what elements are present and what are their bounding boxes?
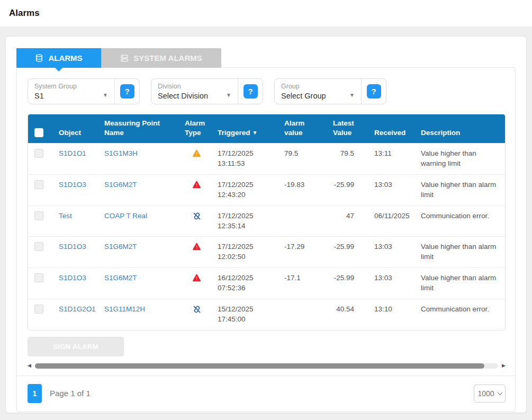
scrollbar-thumb[interactable] (35, 363, 484, 369)
alarm-value-cell: -19.83 (280, 174, 329, 205)
triggered-cell: 17/12/202513:11:53 (213, 143, 280, 174)
system-group-value: S1 (34, 92, 108, 100)
select-all-checkbox[interactable] (34, 128, 43, 137)
group-help-area: ? (361, 79, 386, 104)
latest-value-cell: 79.5 (329, 143, 370, 174)
row-checkbox[interactable] (34, 273, 43, 282)
page-status: Page 1 of 1 (50, 389, 91, 398)
column-header-alarm-type[interactable]: Alarm Type (181, 114, 213, 143)
help-button[interactable]: ? (120, 84, 134, 99)
description-cell: Value higher than alarm limit (417, 267, 505, 299)
content-background: ALARMS SYSTEM ALARMS System (0, 26, 532, 420)
group-dropdown[interactable]: Group Select Group ▼ (275, 79, 361, 104)
alarm-type-cell (181, 174, 213, 205)
alarm-type-cell (181, 267, 213, 299)
sign-alarm-button[interactable]: SIGN ALARM (28, 337, 124, 356)
system-group-label: System Group (34, 83, 108, 90)
page-size-value: 1000 (477, 389, 494, 398)
alarm-value-cell: 79.5 (280, 143, 329, 174)
system-group-dropdown[interactable]: System Group S1 ▼ (28, 79, 114, 104)
triggered-time: 17:45:00 (218, 315, 276, 325)
tab-system-alarms-label: SYSTEM ALARMS (133, 53, 202, 62)
object-link[interactable]: Test (59, 212, 72, 220)
column-header-description[interactable]: Description (417, 114, 505, 143)
column-header-received[interactable]: Received (370, 114, 417, 143)
checkbox-cell (28, 267, 55, 299)
alarms-table: Object Measuring Point Name Alarm Type T… (28, 114, 505, 330)
server-icon (120, 54, 129, 62)
column-header-object[interactable]: Object (55, 114, 100, 143)
column-header-triggered[interactable]: Triggered▼ (213, 114, 280, 143)
row-checkbox[interactable] (34, 211, 43, 220)
alarms-table-container: Object Measuring Point Name Alarm Type T… (28, 114, 506, 330)
received-cell: 13:11 (370, 143, 417, 174)
system-group-filter: System Group S1 ▼ ? (28, 78, 140, 104)
alarm-triangle-icon (192, 183, 201, 191)
alarm-value-cell (280, 205, 329, 237)
object-cell: S1D1O3 (55, 174, 100, 205)
latest-value-cell: 47 (329, 205, 370, 237)
triggered-date: 17/12/2025 (218, 180, 276, 190)
measuring-point-link[interactable]: S1G6M2T (104, 181, 137, 189)
description-cell: Communication error. (417, 299, 505, 330)
table-row: S1D1O3S1G6M2T17/12/202512:02:50-17.29-25… (28, 236, 505, 267)
column-header-measuring-point-name[interactable]: Measuring Point Name (100, 114, 181, 143)
object-link[interactable]: S1D1O1 (59, 149, 86, 157)
object-cell: S1D1O1 (55, 143, 100, 174)
pagination-bar: 1 Page 1 of 1 1000 (28, 376, 506, 412)
column-header-alarm-value[interactable]: Alarm value (280, 114, 329, 143)
description-cell: Value higher than alarm limit (417, 174, 505, 205)
triggered-cell: 16/12/202507:52:36 (213, 267, 280, 299)
table-row: S1D1O1S1G1M3H17/12/202513:11:5379.579.51… (28, 143, 505, 174)
division-dropdown[interactable]: Division Select Division ▼ (151, 79, 238, 104)
page-header: Alarms (0, 0, 532, 26)
received-cell: 06/11/2025 (370, 205, 417, 237)
tab-system-alarms[interactable]: SYSTEM ALARMS (101, 48, 221, 68)
triggered-cell: 17/12/202512:35:14 (213, 205, 280, 237)
page-size-select[interactable]: 1000 (474, 385, 506, 403)
row-checkbox[interactable] (34, 305, 43, 314)
alarm-value-cell (280, 299, 329, 330)
object-link[interactable]: S1D1O3 (59, 181, 86, 189)
triggered-date: 17/12/2025 (218, 242, 276, 252)
received-cell: 13:10 (370, 299, 417, 330)
measuring-point-link[interactable]: COAP T Real (104, 212, 147, 220)
help-button[interactable]: ? (244, 84, 258, 99)
triggered-time: 12:43:20 (218, 190, 276, 200)
tab-bar: ALARMS SYSTEM ALARMS (16, 48, 516, 68)
sort-descending-icon: ▼ (253, 130, 258, 136)
tab-alarms[interactable]: ALARMS (16, 48, 101, 68)
measuring-point-link[interactable]: S1G6M2T (104, 274, 137, 282)
column-header-latest-value[interactable]: Latest Value (329, 114, 370, 143)
row-checkbox[interactable] (34, 242, 43, 251)
page-button-1[interactable]: 1 (28, 384, 42, 403)
object-link[interactable]: S1D1O3 (59, 243, 86, 251)
alarm-value-cell: -17.1 (280, 267, 329, 299)
object-link[interactable]: S1D1G2O1 (59, 305, 96, 313)
object-link[interactable]: S1D1O3 (59, 274, 86, 282)
scroll-left-icon[interactable]: ◀ (28, 363, 31, 368)
chevron-down-icon: ▼ (103, 92, 108, 98)
triggered-time: 12:02:50 (218, 252, 276, 262)
triggered-date: 17/12/2025 (218, 211, 276, 221)
scrollbar-track[interactable] (35, 363, 498, 369)
scroll-right-icon[interactable]: ▶ (502, 363, 506, 368)
help-button[interactable]: ? (367, 84, 381, 99)
chevron-down-icon: ▼ (226, 92, 231, 98)
measuring-point-link[interactable]: S1G6M2T (104, 243, 137, 251)
measuring-point-link[interactable]: S1G1M3H (104, 149, 138, 157)
alarm-type-cell (181, 299, 213, 330)
table-row: S1D1O3S1G6M2T17/12/202512:43:20-19.83-25… (28, 174, 505, 205)
row-checkbox[interactable] (34, 149, 43, 158)
triggered-cell: 17/12/202512:02:50 (213, 236, 280, 267)
object-cell: S1D1O3 (55, 267, 100, 299)
received-cell: 13:03 (370, 174, 417, 205)
checkbox-cell (28, 205, 55, 237)
row-checkbox[interactable] (34, 180, 43, 189)
measuring-point-link[interactable]: S1G11M12H (104, 305, 145, 313)
database-icon (35, 54, 43, 62)
measuring-point-cell: S1G6M2T (100, 236, 181, 267)
system-group-help-area: ? (114, 79, 139, 104)
triggered-time: 12:35:14 (218, 221, 276, 231)
tab-content: System Group S1 ▼ ? Division Select Divi… (16, 67, 516, 412)
